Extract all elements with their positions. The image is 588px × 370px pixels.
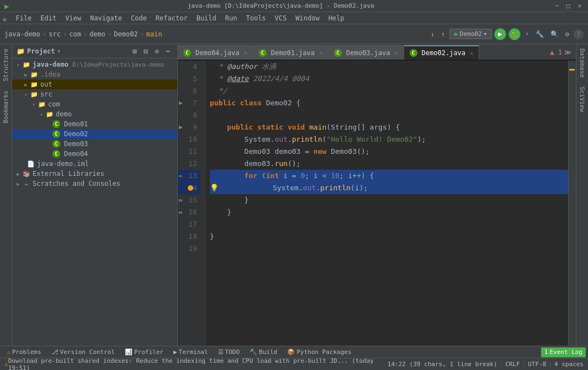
lightbulb-icon[interactable]: 💡	[210, 182, 219, 194]
tab-demo03-close[interactable]: ✕	[395, 50, 398, 56]
gutter-line-7: ▶ 7	[178, 97, 200, 109]
event-log-btn[interactable]: 1 Event Log	[541, 347, 586, 357]
tree-label-java-demo: java-demo D:\IdeaProjects\java-demo	[33, 61, 164, 68]
tab-demo02[interactable]: C Demo02.java ✕	[404, 45, 480, 60]
sciview-panel-tab[interactable]: SciView	[577, 82, 587, 116]
profiler-tab[interactable]: 📊 Profiler	[120, 346, 168, 358]
menu-item-code[interactable]: Code	[126, 12, 151, 24]
iml-icon: 📄	[27, 159, 35, 168]
maximize-btn[interactable]: □	[564, 2, 573, 9]
run-config-dropdown[interactable]: ▶ Demo02 ▾	[449, 29, 492, 39]
breadcrumb-com[interactable]: com	[69, 30, 81, 38]
terminal-tab[interactable]: ▶ Terminal	[169, 346, 213, 358]
gutter-line-17: 17	[178, 218, 200, 230]
menu-item-vcs[interactable]: VCS	[271, 12, 292, 24]
tree-item-demo01[interactable]: C Demo01	[12, 119, 177, 129]
run-arrow-9[interactable]: ▶	[179, 121, 183, 133]
run-button[interactable]: ▶	[494, 28, 506, 40]
tab-demo04-label: Demo04.java	[195, 49, 239, 57]
python-packages-tab[interactable]: 📦 Python Packages	[283, 346, 356, 358]
breadcrumb-demo[interactable]: demo	[89, 30, 105, 38]
status-position[interactable]: 14:22 (39 chars, 1 line break)	[388, 361, 497, 368]
build-label: Build	[259, 348, 277, 356]
run-arrow-7[interactable]: ▶	[179, 97, 183, 109]
bookmarks-panel-tab[interactable]: Bookmarks	[1, 86, 11, 128]
toggle-demo[interactable]: ▾	[38, 111, 45, 117]
toggle-scratches[interactable]: ▶	[14, 181, 22, 187]
status-encoding[interactable]: UTF-8	[528, 361, 546, 368]
menu-item-navigate[interactable]: Navigate	[86, 12, 126, 24]
tabs-more-btn[interactable]: ▲ 1 ≫	[545, 45, 576, 60]
tree-item-demo02[interactable]: C Demo02	[12, 129, 177, 139]
sidebar-more-btn[interactable]: ⋯	[163, 46, 173, 56]
tab-demo04-close[interactable]: ✕	[243, 50, 247, 56]
collapse-all-btn[interactable]: ⊟	[141, 46, 151, 56]
tab-demo03[interactable]: C Demo03.java ✕	[329, 45, 404, 60]
menu-item-tools[interactable]: Tools	[241, 12, 270, 24]
code-line-11: Demo03 demo03 = new Demo03();	[210, 146, 568, 158]
breadcrumb-project[interactable]: java-demo	[4, 30, 40, 38]
version-control-tab[interactable]: ⎇ Version Control	[47, 346, 119, 358]
code-line-6: */	[210, 85, 568, 97]
toggle-java-demo[interactable]: ▾	[14, 62, 22, 68]
structure-panel-tab[interactable]: Structure	[1, 44, 11, 86]
tree-item-demo[interactable]: ▾ 📁 demo	[12, 109, 177, 119]
menu-item-window[interactable]: Window	[291, 12, 324, 24]
toggle-idea[interactable]: ▶	[22, 72, 30, 78]
menu-item-build[interactable]: Build	[192, 12, 221, 24]
tab-demo02-close[interactable]: ✕	[470, 50, 473, 56]
sidebar-settings-btn[interactable]: ⚙	[152, 46, 162, 56]
menu-item-view[interactable]: View	[61, 12, 86, 24]
com-folder-icon: 📁	[38, 100, 46, 109]
toggle-ext-libs[interactable]: ▶	[14, 171, 22, 177]
status-indent[interactable]: 4 spaces	[554, 361, 584, 368]
menu-item-refactor[interactable]: Refactor	[151, 12, 192, 24]
bookmark-15: ▭	[179, 194, 182, 206]
build-tab[interactable]: 🔨 Build	[245, 346, 282, 358]
tree-label-demo04: Demo04	[64, 150, 88, 158]
tree-item-scratches[interactable]: ▶ ✏ Scratches and Consoles	[12, 179, 177, 189]
run-config-icon: ▶	[454, 30, 458, 37]
settings-btn[interactable]: ⚙	[563, 29, 571, 39]
coverage-btn[interactable]: ⚡	[523, 29, 531, 39]
help-btn[interactable]: ?	[574, 29, 584, 39]
tree-item-demo04[interactable]: C Demo04	[12, 149, 177, 159]
menu-item-run[interactable]: Run	[221, 12, 242, 24]
problems-tab[interactable]: ⚠ Problems	[2, 346, 46, 358]
vcs-push-icon[interactable]: ↑	[439, 29, 447, 39]
todo-tab[interactable]: ☰ TODO	[214, 346, 245, 358]
profile-btn[interactable]: 🔧	[533, 29, 546, 39]
tree-item-iml[interactable]: 📄 java-demo.iml	[12, 159, 177, 169]
code-line-5: * @date 2022/4/4 0004	[210, 73, 568, 85]
tab-demo04[interactable]: C Demo04.java ✕	[178, 45, 253, 60]
breadcrumb-demo02[interactable]: Demo02	[114, 30, 137, 38]
status-line-endings[interactable]: CRLF	[505, 361, 520, 368]
tree-item-out[interactable]: ▶ 📁 out	[12, 79, 177, 89]
breadcrumb-src[interactable]: src	[49, 30, 61, 38]
menu-item-file[interactable]: File	[11, 12, 36, 24]
tree-item-com[interactable]: ▾ 📁 com	[12, 99, 177, 109]
tree-item-src[interactable]: ▾ 📁 src	[12, 89, 177, 99]
minimize-btn[interactable]: ─	[553, 2, 561, 9]
toggle-src[interactable]: ▾	[22, 92, 30, 98]
code-editor[interactable]: * @author 水滴 * @date 2022/4/4 0004 */ pu…	[205, 61, 568, 346]
menu-item-help[interactable]: Help	[324, 12, 349, 24]
editor-scrollbar[interactable]	[568, 61, 576, 346]
toggle-com[interactable]: ▾	[30, 101, 38, 108]
database-panel-tab[interactable]: Database	[577, 44, 587, 82]
tree-item-ext-libs[interactable]: ▶ 📚 External Libraries	[12, 169, 177, 179]
debug-button[interactable]: 🐛	[508, 28, 521, 40]
search-everywhere-btn[interactable]: 🔍	[548, 29, 561, 39]
close-btn[interactable]: ✕	[575, 2, 584, 9]
tree-item-java-demo[interactable]: ▾ 📁 java-demo D:\IdeaProjects\java-demo	[12, 60, 177, 69]
toggle-out[interactable]: ▶	[22, 82, 30, 88]
sidebar-dropdown-arrow[interactable]: ▾	[57, 48, 61, 54]
tab-demo01[interactable]: C Demo01.java ✕	[253, 45, 329, 60]
tab-demo01-close[interactable]: ✕	[319, 50, 322, 56]
tree-item-idea[interactable]: ▶ 📁 .idea	[12, 69, 177, 79]
tree-item-demo03[interactable]: C Demo03	[12, 139, 177, 149]
locate-file-btn[interactable]: ⊞	[130, 46, 140, 56]
breadcrumb-main[interactable]: main	[146, 30, 162, 38]
menu-item-edit[interactable]: Edit	[36, 12, 61, 24]
vcs-update-icon[interactable]: ↓	[428, 29, 437, 39]
